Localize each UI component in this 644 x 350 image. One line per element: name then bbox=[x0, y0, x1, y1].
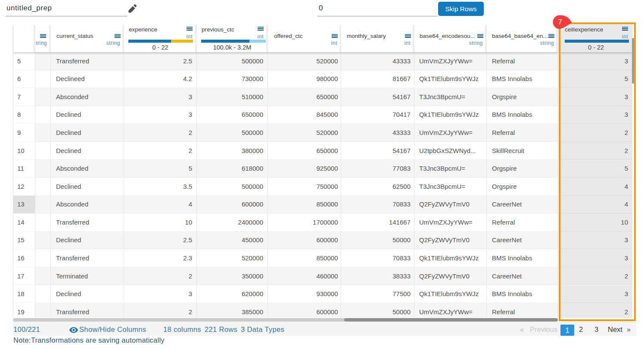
svg-text:7: 7 bbox=[558, 18, 562, 26]
